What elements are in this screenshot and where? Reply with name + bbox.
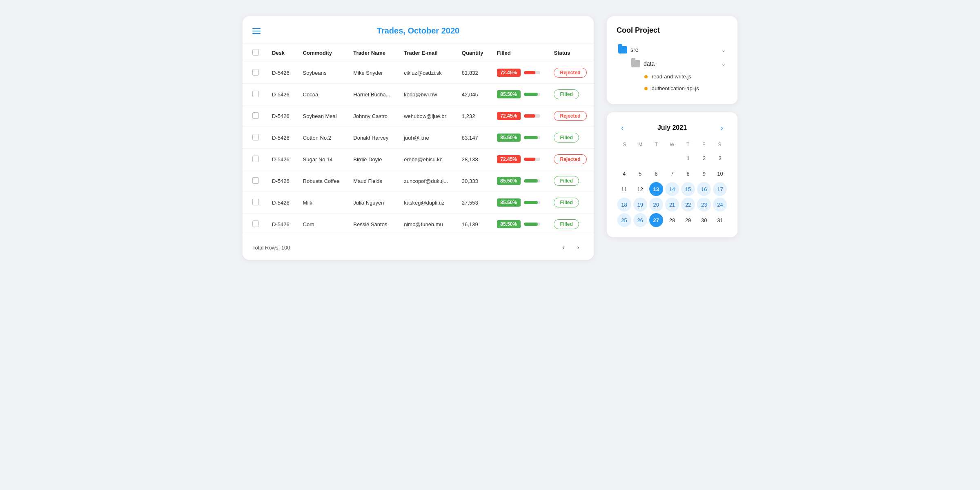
progress-bar-track — [524, 179, 540, 183]
table-row: D-5426 Cotton No.2 Donald Harvey juuh@li… — [243, 127, 594, 149]
calendar-prev-button[interactable]: ‹ — [617, 122, 628, 134]
calendar-day[interactable]: 1 — [681, 151, 695, 165]
calendar-day[interactable]: 30 — [697, 213, 711, 227]
calendar-day[interactable]: 10 — [713, 167, 727, 180]
data-label: data — [644, 60, 655, 67]
calendar-weekday: W — [664, 140, 680, 149]
row-filled: 85.50% — [490, 84, 548, 105]
row-trader-name: Maud Fields — [347, 170, 397, 192]
row-quantity: 27,553 — [455, 192, 490, 214]
file-tree: src ⌄ data ⌄ read-and-write.js authentic… — [617, 43, 728, 94]
tree-file[interactable]: read-and-write.js — [643, 71, 728, 82]
file-dot-icon — [644, 87, 648, 90]
calendar-day[interactable]: 11 — [617, 182, 631, 196]
row-commodity: Milk — [296, 192, 347, 214]
row-commodity: Cotton No.2 — [296, 127, 347, 149]
row-quantity: 1,232 — [455, 105, 490, 127]
calendar-day[interactable]: 19 — [633, 198, 647, 212]
calendar-day[interactable]: 29 — [681, 213, 695, 227]
calendar-day[interactable]: 7 — [665, 167, 679, 180]
status-badge: Rejected — [554, 68, 586, 78]
table-row: D-5426 Soybean Meal Johnny Castro wehubo… — [243, 105, 594, 127]
row-trader-email: zuncopof@dukuj... — [397, 170, 455, 192]
calendar-day[interactable]: 20 — [649, 198, 663, 212]
filled-badge: 72.45% — [497, 112, 521, 120]
filled-badge: 85.50% — [497, 177, 521, 185]
calendar-day[interactable]: 16 — [697, 182, 711, 196]
row-filled: 85.50% — [490, 214, 548, 235]
row-trader-email: cikiuz@cadzi.sk — [397, 62, 455, 84]
calendar-day[interactable]: 25 — [617, 213, 631, 227]
progress-bar-track — [524, 136, 540, 139]
calendar-day[interactable]: 27 — [649, 213, 663, 227]
calendar-day[interactable]: 6 — [649, 167, 663, 180]
calendar-day[interactable]: 22 — [681, 198, 695, 212]
row-checkbox[interactable] — [252, 134, 259, 140]
filled-badge: 72.45% — [497, 69, 521, 77]
tree-item-data-left: data — [631, 60, 655, 67]
status-badge: Filled — [554, 219, 579, 229]
filled-badge: 85.50% — [497, 220, 521, 228]
row-commodity: Soybeans — [296, 62, 347, 84]
row-checkbox[interactable] — [252, 220, 259, 227]
row-checkbox[interactable] — [252, 69, 259, 76]
row-checkbox[interactable] — [252, 156, 259, 162]
row-trader-name: Birdie Doyle — [347, 149, 397, 170]
calendar-day[interactable]: 14 — [665, 182, 679, 196]
calendar-day[interactable]: 3 — [713, 151, 727, 165]
row-checkbox[interactable] — [252, 199, 259, 205]
row-desk: D-5426 — [265, 149, 296, 170]
file-dot-icon — [644, 75, 648, 78]
calendar-day[interactable]: 12 — [633, 182, 647, 196]
menu-icon[interactable] — [252, 28, 261, 34]
select-all-header[interactable] — [243, 44, 265, 62]
calendar-day[interactable]: 31 — [713, 213, 727, 227]
calendar-day[interactable]: 26 — [633, 213, 647, 227]
calendar-weekday: S — [617, 140, 633, 149]
row-status: Filled — [547, 127, 594, 149]
calendar-day[interactable]: 4 — [617, 167, 631, 180]
row-checkbox[interactable] — [252, 177, 259, 184]
project-title: Cool Project — [617, 26, 728, 35]
data-chevron-icon: ⌄ — [721, 60, 726, 67]
calendar-weekday: T — [648, 140, 664, 149]
trades-table: Desk Commodity Trader Name Trader E-mail… — [243, 44, 594, 235]
progress-bar-fill — [524, 201, 538, 204]
calendar-day[interactable]: 18 — [617, 198, 631, 212]
calendar-day[interactable]: 15 — [681, 182, 695, 196]
tree-item-src[interactable]: src ⌄ — [617, 43, 728, 57]
row-checkbox[interactable] — [252, 112, 259, 119]
calendar-day[interactable]: 2 — [697, 151, 711, 165]
filled-badge: 85.50% — [497, 90, 521, 98]
calendar-day[interactable]: 17 — [713, 182, 727, 196]
calendar-day[interactable]: 21 — [665, 198, 679, 212]
progress-bar-track — [524, 158, 540, 161]
row-desk: D-5426 — [265, 170, 296, 192]
row-filled: 85.50% — [490, 192, 548, 214]
total-rows-label: Total Rows: 100 — [252, 245, 290, 251]
calendar-header: ‹ July 2021 › — [617, 122, 728, 134]
row-trader-name: Donald Harvey — [347, 127, 397, 149]
calendar-day[interactable]: 24 — [713, 198, 727, 212]
calendar-day[interactable]: 5 — [633, 167, 647, 180]
trades-header: Trades, October 2020 — [243, 26, 594, 44]
progress-bar-fill — [524, 158, 536, 161]
progress-bar-track — [524, 93, 540, 96]
calendar-day[interactable]: 23 — [697, 198, 711, 212]
tree-file[interactable]: authentication-api.js — [643, 82, 728, 94]
prev-page-button[interactable]: ‹ — [558, 242, 569, 253]
progress-bar-track — [524, 201, 540, 204]
row-checkbox[interactable] — [252, 91, 259, 97]
calendar-day[interactable]: 8 — [681, 167, 695, 180]
calendar-day[interactable]: 9 — [697, 167, 711, 180]
calendar-day[interactable]: 28 — [665, 213, 679, 227]
next-page-button[interactable]: › — [572, 242, 584, 253]
select-all-checkbox[interactable] — [252, 49, 259, 56]
row-status: Rejected — [547, 62, 594, 84]
tree-item-data[interactable]: data ⌄ — [630, 57, 728, 71]
row-filled: 72.45% — [490, 62, 548, 84]
row-trader-name: Harriet Bucha... — [347, 84, 397, 105]
calendar-day[interactable]: 13 — [649, 182, 663, 196]
table-row: D-5426 Milk Julia Nguyen kaskeg@dupli.uz… — [243, 192, 594, 214]
calendar-next-button[interactable]: › — [716, 122, 728, 134]
